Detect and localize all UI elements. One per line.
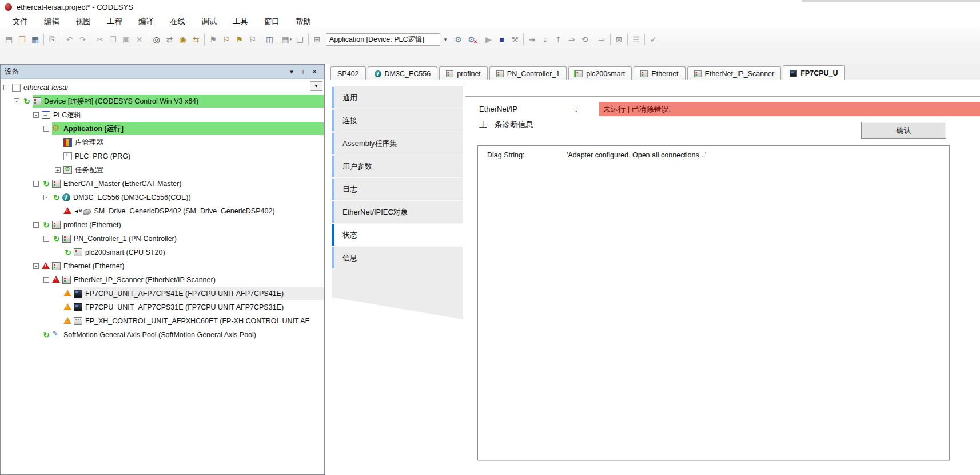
driveteal-icon bbox=[375, 70, 381, 77]
tree-row[interactable]: 库管理器 bbox=[1, 136, 324, 149]
toolbar-new-object-icon[interactable]: ❏ bbox=[293, 33, 306, 46]
toolbar-logout-icon[interactable]: ⚙✕ bbox=[465, 33, 478, 46]
tree-row[interactable]: -ethercat-leisai bbox=[1, 81, 324, 94]
toolbar-cut-icon[interactable]: ✂ bbox=[93, 33, 106, 46]
category-tab[interactable]: 通用 bbox=[332, 86, 463, 109]
menu-item[interactable]: 文件 bbox=[5, 14, 36, 29]
menu-item[interactable]: 帮助 bbox=[288, 14, 319, 29]
tree-expander-icon[interactable]: - bbox=[43, 126, 49, 132]
tree-row[interactable]: !FP7CPU_UNIT_AFP7CPS41E (FP7CPU UNIT AFP… bbox=[1, 287, 324, 300]
toolbar-open-file-icon[interactable]: ❒ bbox=[15, 33, 29, 46]
doc-tab[interactable]: DM3C_EC556 bbox=[368, 66, 438, 80]
active-application-combo[interactable]: Application [Device: PLC逻辑] bbox=[326, 33, 440, 46]
tree-row[interactable]: -↻PN_Controller_1 (PN-Controller) bbox=[1, 232, 324, 246]
toolbar-step-into-icon[interactable]: ⇣ bbox=[539, 33, 552, 46]
toolbar-save-icon[interactable]: ▦ bbox=[29, 33, 42, 46]
menu-item[interactable]: 工程 bbox=[99, 14, 130, 29]
tree-row[interactable]: -↻Device [连接的] (CODESYS Control Win V3 x… bbox=[1, 94, 324, 108]
toolbar-run-to-cursor-icon[interactable]: ⇒ bbox=[565, 33, 578, 46]
toolbar-step-out-icon[interactable]: ⇡ bbox=[552, 33, 565, 46]
tree-row[interactable]: ↻plc200smart (CPU ST20) bbox=[1, 246, 324, 259]
toolbar-bookmark-next-icon[interactable]: ⚑ bbox=[233, 33, 246, 46]
category-tab[interactable]: 用户参数 bbox=[332, 155, 463, 177]
toolbar-login-icon[interactable]: ⚙ bbox=[452, 33, 465, 46]
toolbar-build-icon[interactable]: ✓ bbox=[647, 33, 660, 46]
doc-tab[interactable]: PN_Controller_1 bbox=[489, 66, 567, 80]
toolbar-delete-icon[interactable]: ✕ bbox=[133, 33, 146, 46]
category-tab[interactable]: EtherNet/IPIEC对象 bbox=[332, 200, 463, 223]
toolbar-bookmark-toggle-icon[interactable]: ⚑ bbox=[206, 33, 220, 46]
close-icon[interactable]: ✕ bbox=[309, 68, 320, 76]
toolbar-step-over-icon[interactable]: ⇥ bbox=[525, 33, 539, 46]
tree-expander-icon[interactable]: - bbox=[33, 263, 39, 269]
menu-item[interactable]: 编译 bbox=[130, 14, 162, 29]
tree-row[interactable]: -↻EtherCAT_Master (EtherCAT Master) bbox=[1, 177, 324, 191]
doc-tab[interactable]: profinet bbox=[439, 66, 488, 80]
category-tab[interactable]: 信息 bbox=[332, 246, 463, 269]
tree-row[interactable]: -!EtherNet_IP_Scanner (EtherNet/IP Scann… bbox=[1, 273, 324, 287]
toolbar-find-in-files-icon[interactable]: ◉ bbox=[176, 33, 189, 46]
toolbar-redo-icon[interactable]: ↷ bbox=[76, 33, 89, 46]
toolbar-stop-icon[interactable]: ■ bbox=[495, 33, 508, 46]
toolbar-replace-icon[interactable]: ⇄ bbox=[163, 33, 176, 46]
tree-expander-icon[interactable]: - bbox=[43, 277, 49, 283]
menu-item[interactable]: 在线 bbox=[162, 14, 193, 29]
tree-expander-icon[interactable]: - bbox=[33, 181, 39, 187]
tree-expander-icon[interactable]: - bbox=[33, 112, 39, 118]
tree-row[interactable]: +任务配置 bbox=[1, 163, 324, 177]
doc-tab[interactable]: EtherNet_IP_Scanner bbox=[687, 66, 782, 80]
chevron-down-icon[interactable]: ▾ bbox=[286, 68, 297, 76]
tree-row[interactable]: !◄✕SM_Drive_GenericDSP402 (SM_Drive_Gene… bbox=[1, 204, 324, 218]
doc-tab[interactable]: SP402 bbox=[330, 66, 366, 80]
acknowledge-button[interactable]: 确认 bbox=[861, 122, 946, 139]
tree-row-label: EtherNet_IP_Scanner (EtherNet/IP Scanner… bbox=[74, 276, 216, 284]
category-tab[interactable]: 日志 bbox=[332, 177, 463, 200]
toolbar-reset-warm-icon[interactable]: ⟲ bbox=[578, 33, 591, 46]
tree-expander-icon[interactable]: - bbox=[43, 195, 49, 200]
menu-item[interactable]: 调试 bbox=[193, 14, 225, 29]
category-tab[interactable]: 状态 bbox=[332, 223, 463, 246]
toolbar-force-values-icon[interactable]: ☰ bbox=[630, 33, 643, 46]
tree-row[interactable]: !FP7CPU_UNIT_AFP7CPS31E (FP7CPU UNIT AFP… bbox=[1, 300, 324, 314]
menu-item[interactable]: 工具 bbox=[225, 14, 256, 29]
toolbar-print-icon[interactable]: ⎘ bbox=[46, 33, 59, 46]
tree-row[interactable]: -↻profinet (Ethernet) bbox=[1, 218, 324, 232]
tree-row[interactable]: -Application [运行] bbox=[1, 122, 324, 136]
toolbar-paste-icon[interactable]: ▣ bbox=[119, 33, 133, 46]
category-tab[interactable]: Assembly程序集 bbox=[332, 132, 463, 155]
menu-item[interactable]: 编辑 bbox=[36, 14, 67, 29]
tree-expander-icon[interactable]: - bbox=[33, 222, 39, 228]
toolbar-compare-icon[interactable]: ◫ bbox=[263, 33, 276, 46]
doc-tab[interactable]: FP7CPU_U bbox=[783, 65, 844, 80]
doc-tab[interactable]: Ethernet bbox=[634, 66, 685, 80]
tree-expander-icon[interactable]: - bbox=[43, 236, 49, 242]
toolbar-single-cycle-icon[interactable]: ⚒ bbox=[508, 33, 521, 46]
toolbar-start-icon[interactable]: ▶ bbox=[482, 33, 495, 46]
toolbar-replace-in-files-icon[interactable]: ⇆ bbox=[189, 33, 202, 46]
toolbar-find-icon[interactable]: ◎ bbox=[150, 33, 163, 46]
toolbar-copy-icon[interactable]: ❐ bbox=[106, 33, 119, 46]
toolbar-toggle-breakpoint-icon[interactable]: ⊠ bbox=[612, 33, 626, 46]
menu-item[interactable]: 视图 bbox=[67, 14, 99, 29]
doc-tab[interactable]: plc200smart bbox=[568, 66, 632, 80]
tree-expander-icon[interactable]: + bbox=[55, 167, 61, 173]
pin-icon[interactable]: ⍑ bbox=[297, 68, 309, 76]
tree-expander-icon[interactable]: - bbox=[14, 98, 19, 104]
category-tab[interactable]: 连接 bbox=[332, 109, 463, 132]
toolbar-bookmark-clear-icon[interactable]: ⚐ bbox=[246, 33, 259, 46]
tree-row[interactable]: -↻DM3C_EC556 (DM3C-EC556(COE)) bbox=[1, 191, 324, 204]
tree-row[interactable]: ↻SoftMotion General Axis Pool (SoftMotio… bbox=[1, 328, 324, 342]
toolbar-insert-device-icon[interactable]: ▦▾ bbox=[280, 33, 293, 46]
tree-row[interactable]: -PLC逻辑 bbox=[1, 108, 324, 122]
tree-expander-icon[interactable]: - bbox=[3, 85, 9, 90]
combo-dropdown-icon[interactable]: ▼ bbox=[441, 33, 449, 46]
tree-row[interactable]: -!Ethernet (Ethernet) bbox=[1, 259, 324, 273]
toolbar-undo-icon[interactable]: ↶ bbox=[63, 33, 76, 46]
toolbar-new-file-icon[interactable]: ▤ bbox=[2, 33, 15, 46]
toolbar-bookmark-prev-icon[interactable]: ⚐ bbox=[220, 33, 233, 46]
toolbar-next-statement-icon[interactable]: ⇨ bbox=[595, 33, 608, 46]
tree-row[interactable]: PLC_PRG (PRG) bbox=[1, 149, 324, 163]
menu-item[interactable]: 窗口 bbox=[256, 14, 288, 29]
toolbar-device-repository-icon[interactable]: ⊞ bbox=[310, 33, 324, 46]
tree-row[interactable]: !FP_XH_CONTROL_UNIT_AFPXHC60ET (FP-XH CO… bbox=[1, 314, 324, 328]
